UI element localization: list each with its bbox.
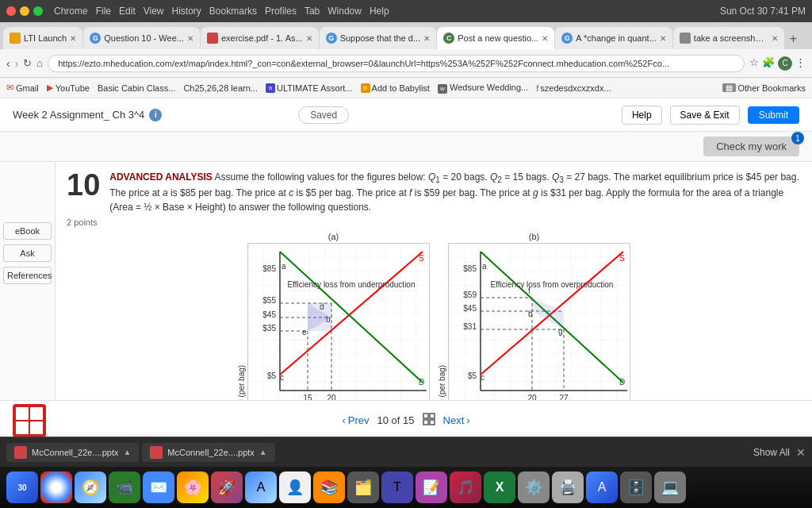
back-button[interactable]: ‹	[6, 57, 10, 70]
svg-text:e: e	[302, 328, 307, 337]
sidebar: eBook Ask References	[0, 162, 56, 400]
grid-icon	[423, 413, 435, 425]
menu-help[interactable]: Help	[370, 6, 389, 17]
next-label: Next	[443, 414, 465, 426]
tab-lti[interactable]: LTI Launch ✕	[3, 27, 82, 49]
svg-text:20: 20	[327, 394, 336, 400]
bookmark-youtube[interactable]: ▶ YouTube	[47, 83, 90, 93]
new-tab-button[interactable]: +	[785, 30, 802, 48]
tab-achange-close[interactable]: ✕	[660, 34, 666, 43]
svg-text:Efficiency loss from overprodu: Efficiency loss from overproduction	[491, 280, 614, 289]
menu-chrome[interactable]: Chrome	[54, 6, 88, 17]
menu-tab[interactable]: Tab	[304, 6, 320, 17]
svg-text:$5: $5	[267, 371, 277, 380]
bookmark-star-icon[interactable]: ☆	[749, 56, 759, 71]
main-content: eBook Ask References 10 ADVANCED ANALYSI…	[0, 162, 812, 400]
header-right: Help Save & Exit Submit	[622, 106, 799, 125]
extensions-icon[interactable]: 🧩	[762, 56, 775, 71]
tab-achange[interactable]: G A *change in quant... ✕	[555, 27, 672, 49]
ebook-button[interactable]: eBook	[3, 222, 52, 240]
bookmark-ch[interactable]: Ch25,26,28 learn...	[183, 83, 258, 93]
svg-text:20: 20	[527, 394, 537, 400]
svg-text:S: S	[619, 254, 625, 263]
prev-button[interactable]: ‹ Prev	[342, 414, 369, 426]
minimize-light[interactable]	[20, 6, 29, 16]
profile-icon[interactable]: C	[778, 56, 792, 71]
bookmark-babylist[interactable]: b Add to Babylist	[361, 83, 430, 93]
svg-text:c: c	[280, 373, 284, 382]
references-button[interactable]: References	[3, 267, 52, 284]
question-body: Assume the following values for the figu…	[109, 171, 799, 213]
menu-profiles[interactable]: Profiles	[265, 6, 297, 17]
browser-title-bar: Chrome File Edit View History Bookmarks …	[0, 0, 812, 22]
chart-a: (a) Price (per bag)	[237, 232, 430, 400]
content-footer: ‹ Prev 10 of 15 Next ›	[0, 400, 812, 440]
menu-bookmarks[interactable]: Bookmarks	[209, 6, 257, 17]
bookmark-szeded[interactable]: f szedesdxcxzxdx...	[536, 83, 611, 93]
bookmark-cabin[interactable]: Basic Cabin Class...	[98, 83, 175, 93]
taskbar: McConnell_22e....pptx ▲ McConnell_22e...…	[0, 437, 812, 440]
tab-post-close[interactable]: ✕	[542, 34, 548, 43]
menu-edit[interactable]: Edit	[119, 6, 136, 17]
tab-exercise[interactable]: exercise.pdf - 1. As... ✕	[201, 27, 319, 49]
fullscreen-light[interactable]	[33, 6, 43, 16]
tab-exercise-close[interactable]: ✕	[306, 34, 312, 43]
points-label: 2 points	[56, 217, 812, 232]
svg-text:D: D	[619, 378, 625, 387]
reload-button[interactable]: ↻	[23, 57, 32, 69]
tab-post-title: Post a new questio...	[458, 33, 538, 43]
svg-text:$31: $31	[463, 322, 477, 331]
next-button[interactable]: Next ›	[443, 414, 470, 426]
tab-screenshot-title: take a screenshot...	[694, 33, 768, 43]
close-light[interactable]	[6, 6, 16, 16]
bookmark-wedsure[interactable]: w Wedsure Wedding...	[438, 83, 528, 94]
svg-text:$85: $85	[262, 264, 276, 273]
tab-screenshot-close[interactable]: ✕	[772, 34, 778, 43]
bookmark-other[interactable]: ▦ Other Bookmarks	[722, 83, 806, 93]
svg-text:15: 15	[303, 394, 312, 400]
menu-view[interactable]: View	[144, 6, 164, 17]
tab-suppose[interactable]: G Suppose that the d... ✕	[320, 27, 437, 49]
help-button[interactable]: Help	[622, 106, 662, 125]
tab-suppose-title: Suppose that the d...	[340, 33, 421, 43]
home-button[interactable]: ⌂	[36, 57, 43, 69]
svg-text:$55: $55	[262, 296, 276, 305]
traffic-lights	[6, 6, 43, 16]
forward-button[interactable]: ›	[15, 57, 19, 70]
menu-file[interactable]: File	[96, 6, 111, 17]
save-exit-button[interactable]: Save & Exit	[670, 106, 740, 125]
ask-button[interactable]: Ask	[3, 244, 52, 262]
tab-q10[interactable]: G Question 10 - Wee... ✕	[83, 27, 200, 49]
chart-a-label: (a)	[328, 232, 339, 241]
svg-text:$5: $5	[468, 371, 477, 380]
grid-view-button[interactable]	[423, 413, 435, 428]
question-content: 10 ADVANCED ANALYSIS Assume the followin…	[56, 162, 812, 400]
menu-history[interactable]: History	[172, 6, 201, 17]
submit-button[interactable]: Submit	[748, 106, 799, 124]
question-header: 10 ADVANCED ANALYSIS Assume the followin…	[56, 162, 812, 217]
tab-post[interactable]: C Post a new questio... ✕	[437, 27, 554, 49]
bookmark-ultimate[interactable]: a ULTIMATE Assort...	[266, 83, 353, 93]
info-icon[interactable]: i	[149, 109, 162, 121]
tab-exercise-title: exercise.pdf - 1. As...	[221, 33, 303, 43]
svg-text:Efficiency loss from underprod: Efficiency loss from underproduction	[287, 280, 415, 289]
bookmark-gmail[interactable]: ✉ Gmail	[6, 83, 39, 93]
svg-rect-60	[430, 420, 435, 425]
check-my-work-button[interactable]: Check my work 1	[703, 137, 799, 156]
tab-suppose-close[interactable]: ✕	[423, 34, 430, 43]
tab-achange-title: A *change in quant...	[576, 33, 657, 43]
tab-q10-close[interactable]: ✕	[187, 34, 193, 43]
address-input[interactable]: https://ezto.mheducation.com/ext/map/ind…	[48, 55, 745, 72]
tab-lti-close[interactable]: ✕	[70, 34, 76, 43]
menu-window[interactable]: Window	[327, 6, 362, 17]
mcgraw-hill-logo	[13, 404, 46, 437]
tab-lti-title: LTI Launch	[24, 33, 67, 43]
settings-icon[interactable]: ⋮	[795, 56, 806, 71]
chart-a-ylabel: Price (per bag)	[237, 243, 246, 400]
pagination: ‹ Prev 10 of 15 Next ›	[342, 413, 469, 428]
address-bar: ‹ › ↻ ⌂ https://ezto.mheducation.com/ext…	[0, 49, 812, 78]
svg-text:$85: $85	[463, 264, 477, 273]
svg-text:$45: $45	[262, 310, 276, 319]
tab-screenshot[interactable]: take a screenshot... ✕	[673, 27, 784, 49]
app-header: Week 2 Assignment_ Ch 3^4 i Saved Help S…	[0, 98, 812, 132]
